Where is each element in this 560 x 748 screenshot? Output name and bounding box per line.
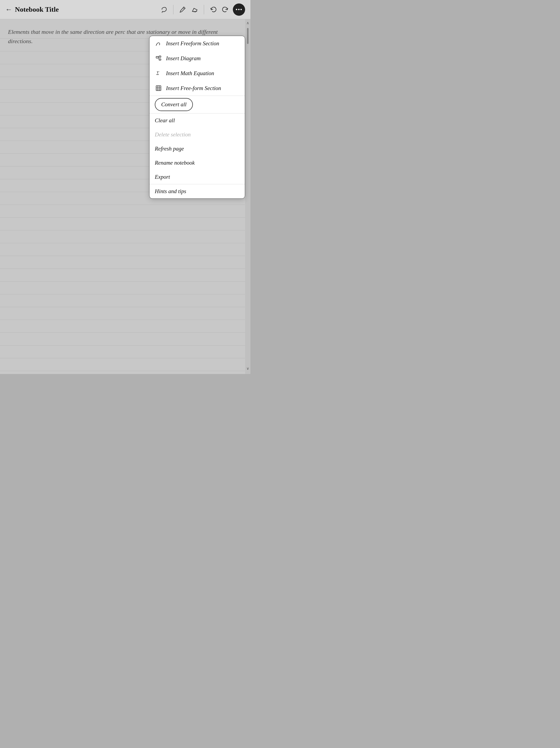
- menu-label-insert-freeform: Insert Freeform Section: [166, 40, 239, 47]
- menu-label-insert-freeform-section: Insert Free-form Section: [166, 85, 239, 92]
- menu-label-rename-notebook: Rename notebook: [155, 160, 239, 166]
- pen-icon[interactable]: [177, 4, 188, 15]
- ruled-line: [0, 268, 245, 269]
- menu-item-delete-selection: Delete selection: [149, 127, 245, 142]
- back-button[interactable]: ←: [5, 6, 12, 14]
- menu-label-insert-math: Insert Math Equation: [166, 70, 239, 77]
- menu-item-insert-math[interactable]: Σ Insert Math Equation: [149, 66, 245, 81]
- more-button[interactable]: •••: [233, 3, 245, 16]
- diagram-icon: [155, 54, 162, 62]
- svg-rect-4: [159, 59, 161, 60]
- menu-label-export: Export: [155, 174, 239, 180]
- toolbar-divider-1: [173, 5, 173, 15]
- svg-rect-3: [159, 56, 161, 57]
- toolbar-center: [159, 4, 231, 15]
- toolbar-left: ← Notebook Title: [5, 6, 159, 14]
- menu-insert-section: Insert Freeform Section Insert Diagram: [149, 36, 245, 96]
- eraser-icon[interactable]: [189, 4, 200, 15]
- scrollbar-track: ∧ ∨: [245, 19, 251, 374]
- menu-item-insert-freeform-section[interactable]: Insert Free-form Section: [149, 81, 245, 96]
- menu-item-insert-diagram[interactable]: Insert Diagram: [149, 51, 245, 66]
- svg-rect-2: [156, 56, 158, 58]
- lasso-icon[interactable]: [159, 4, 169, 15]
- svg-line-6: [158, 57, 159, 60]
- toolbar-right: •••: [233, 3, 245, 16]
- scrollbar-down-arrow[interactable]: ∨: [247, 365, 249, 372]
- ruled-line: [0, 256, 245, 256]
- menu-item-hints[interactable]: Hints and tips: [149, 184, 245, 198]
- ruled-line: [0, 332, 245, 333]
- undo-button[interactable]: [208, 4, 218, 15]
- ruled-line: [0, 320, 245, 320]
- menu-item-export[interactable]: Export: [149, 170, 245, 184]
- menu-item-insert-freeform[interactable]: Insert Freeform Section: [149, 36, 245, 51]
- scrollbar-up-arrow[interactable]: ∧: [247, 19, 249, 27]
- menu-item-refresh-page[interactable]: Refresh page: [149, 142, 245, 156]
- menu-item-rename-notebook[interactable]: Rename notebook: [149, 156, 245, 170]
- ruled-line: [0, 281, 245, 282]
- menu-label-delete-selection: Delete selection: [155, 131, 239, 138]
- ruled-line: [0, 205, 245, 205]
- ruled-line: [0, 243, 245, 243]
- scrollbar-thumb[interactable]: [247, 28, 249, 44]
- menu-hints-section: Hints and tips: [149, 184, 245, 198]
- menu-actions-section: Clear all Delete selection Refresh page …: [149, 114, 245, 184]
- more-dots-icon: •••: [235, 7, 242, 13]
- menu-label-clear-all: Clear all: [155, 117, 239, 124]
- svg-text:Σ: Σ: [156, 71, 159, 76]
- grid-icon: [155, 85, 162, 92]
- dropdown-menu: Insert Freeform Section Insert Diagram: [149, 36, 245, 199]
- ruled-line: [0, 307, 245, 307]
- toolbar: ← Notebook Title: [0, 0, 251, 19]
- redo-button[interactable]: [220, 4, 231, 15]
- svg-rect-8: [156, 86, 161, 91]
- menu-item-clear-all[interactable]: Clear all: [149, 114, 245, 127]
- convert-all-label: Convert all: [161, 101, 186, 108]
- convert-all-button[interactable]: Convert all: [155, 98, 193, 111]
- menu-label-insert-diagram: Insert Diagram: [166, 55, 239, 62]
- ruled-line: [0, 345, 245, 346]
- menu-label-hints: Hints and tips: [155, 188, 239, 195]
- ruled-line: [0, 217, 245, 218]
- notebook-title: Notebook Title: [15, 6, 59, 14]
- ruled-line: [0, 358, 245, 358]
- convert-all-wrapper: Convert all: [149, 96, 245, 114]
- notebook-area: Elements that move in the same direction…: [0, 19, 251, 374]
- menu-label-refresh-page: Refresh page: [155, 145, 239, 152]
- math-icon: Σ: [155, 70, 162, 77]
- freeform-icon: [155, 40, 162, 47]
